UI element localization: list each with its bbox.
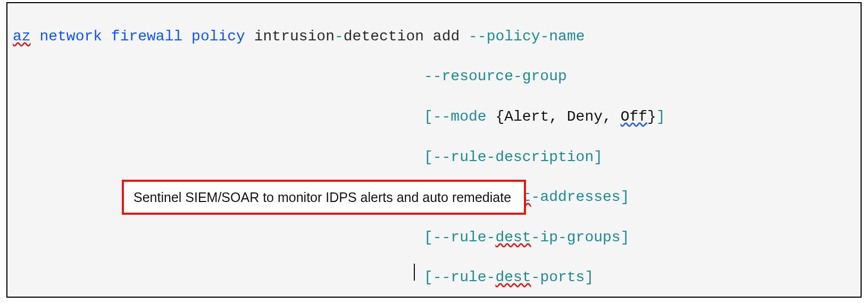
flag-rule-dest-ports-dest: dest xyxy=(495,269,531,285)
cmd-token-network: network xyxy=(39,28,102,45)
bracket-close: ] xyxy=(656,108,665,125)
cmd-token-policy: policy xyxy=(191,28,245,45)
cmd-token-intrusion: intrusion xyxy=(254,28,335,45)
annotation-callout: Sentinel SIEM/SOAR to monitor IDPS alert… xyxy=(122,180,526,215)
bracket-open: [ xyxy=(424,108,433,125)
mode-deny: Deny xyxy=(567,108,603,125)
cmd-token-firewall: firewall xyxy=(111,28,182,45)
flag-resource-group: --resource-group xyxy=(424,68,567,85)
flag-rule-dest-ip-groups-dest: dest xyxy=(495,229,531,246)
flag-mode: --mode xyxy=(433,108,487,125)
annotation-text: Sentinel SIEM/SOAR to monitor IDPS alert… xyxy=(133,190,511,205)
cli-syntax-block: az network firewall policy intrusion-det… xyxy=(6,2,862,298)
mode-off: Off xyxy=(621,108,647,125)
cmd-token-add: add xyxy=(433,28,460,45)
mode-alert: Alert xyxy=(504,108,549,125)
cmd-token-detection: detection xyxy=(344,28,424,45)
text-cursor xyxy=(414,264,415,281)
cmd-token-hyphen: - xyxy=(335,28,344,45)
flag-rule-description: --rule-description xyxy=(433,149,594,165)
flag-policy-name: --policy-name xyxy=(469,28,585,45)
cmd-token-az: az xyxy=(13,28,31,45)
